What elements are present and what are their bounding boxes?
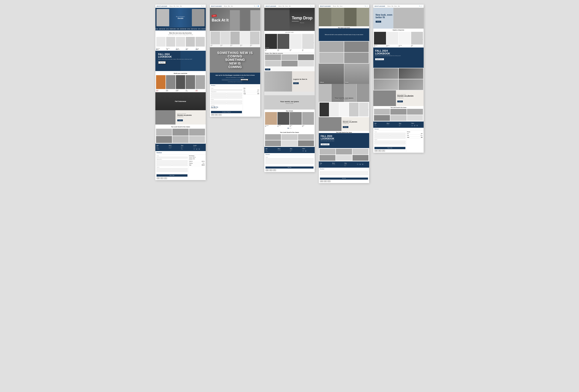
address-input[interactable]: [156, 162, 187, 164]
denim-btn-5[interactable]: Shop Now: [397, 101, 403, 102]
addr-3[interactable]: [266, 162, 313, 164]
lookbook-btn-5[interactable]: Shop the Lookbook: [375, 58, 384, 60]
cat-thumb[interactable]: [399, 32, 411, 45]
layers-btn[interactable]: Shop Now: [293, 82, 299, 84]
continue-btn[interactable]: Continue to Payment: [211, 111, 242, 113]
arrival-thumb[interactable]: [265, 112, 277, 125]
wp-thumb[interactable]: [339, 103, 349, 116]
search-icon-3[interactable]: 🔍: [310, 5, 311, 7]
fb-5[interactable]: f: [411, 124, 413, 126]
cvv-5[interactable]: [390, 143, 405, 144]
place-order-btn[interactable]: Place Order: [156, 174, 187, 177]
arr-5[interactable]: ›: [422, 38, 423, 40]
arrival-arrow[interactable]: ›: [313, 117, 313, 119]
arrow-right-icon[interactable]: ›: [204, 82, 205, 84]
product-thumb[interactable]: [166, 37, 175, 47]
color-swatch[interactable]: [176, 49, 177, 50]
search-icon-5[interactable]: 🔍: [419, 5, 420, 7]
cart-icon[interactable]: 🛒: [203, 5, 204, 7]
color-swatch[interactable]: [166, 49, 167, 50]
search-icon-2[interactable]: 🔍: [254, 5, 255, 7]
city-input[interactable]: [156, 165, 172, 166]
cart-icon-2[interactable]: 🛒: [256, 5, 257, 7]
color-swatch[interactable]: [198, 49, 198, 50]
dot-1[interactable]: [288, 128, 289, 129]
product-winter[interactable]: [302, 34, 314, 49]
ig-4[interactable]: ig: [359, 163, 361, 165]
addr-5[interactable]: [374, 137, 405, 139]
cart-icon-4[interactable]: 🛒: [366, 5, 368, 7]
fn-3[interactable]: [266, 160, 289, 162]
shop-all-btn[interactable]: Shop All: [265, 68, 270, 70]
instagram-icon[interactable]: ig: [196, 148, 198, 150]
last-name-2[interactable]: [227, 93, 242, 94]
user-icon-2[interactable]: 👤: [258, 5, 259, 7]
cvv-2[interactable]: [227, 103, 242, 104]
lookbook-btn-4[interactable]: Shop the Lookbook: [321, 143, 329, 145]
city-2[interactable]: [211, 97, 226, 99]
card-2[interactable]: [211, 101, 242, 102]
email-3[interactable]: [266, 158, 313, 160]
postal-2[interactable]: [227, 97, 242, 99]
acc-thumb[interactable]: [265, 61, 281, 66]
product-big-thumb[interactable]: [186, 75, 195, 89]
dot-3[interactable]: [290, 128, 291, 129]
color-swatch[interactable]: [178, 49, 178, 50]
product-winter[interactable]: [278, 34, 290, 49]
product-big-thumb[interactable]: [176, 75, 185, 89]
wp-thumb[interactable]: [319, 103, 329, 116]
newsletter-email-input[interactable]: [222, 79, 240, 81]
nav-link[interactable]: Men: [174, 5, 175, 7]
product-winter[interactable]: [290, 34, 302, 49]
expiry-input[interactable]: [156, 170, 172, 172]
instagram-icon-3[interactable]: ig: [305, 150, 307, 152]
product-big-thumb[interactable]: [166, 75, 175, 89]
color-swatch[interactable]: [156, 49, 157, 50]
facebook-icon[interactable]: f: [193, 148, 195, 150]
acc-thumb[interactable]: [298, 61, 314, 66]
color-swatch[interactable]: [186, 49, 187, 50]
color-swatch[interactable]: [196, 49, 197, 50]
postal-input[interactable]: [172, 165, 187, 166]
dp-btn-4[interactable]: Shop Now: [343, 126, 348, 128]
lastname-input[interactable]: [172, 160, 187, 162]
ln-5[interactable]: [390, 135, 405, 136]
email-5[interactable]: [374, 133, 405, 134]
email-field-2[interactable]: [211, 89, 242, 91]
product-thumb[interactable]: [220, 32, 230, 44]
arrow-right-3[interactable]: ›: [313, 42, 314, 44]
fb-4[interactable]: f: [357, 163, 359, 165]
acc-thumb[interactable]: [282, 61, 297, 66]
wp-thumb[interactable]: [349, 103, 359, 116]
color-swatch[interactable]: [177, 49, 178, 50]
product-thumb[interactable]: [211, 32, 220, 44]
card-5[interactable]: [374, 141, 405, 142]
dot-2[interactable]: [289, 128, 290, 129]
product-thumb[interactable]: [156, 37, 165, 47]
arrow-right-icon-2[interactable]: ›: [259, 38, 260, 40]
cvv-input[interactable]: [172, 170, 187, 172]
first-name-2[interactable]: [211, 93, 226, 94]
addr-4[interactable]: [320, 173, 368, 175]
color-swatch[interactable]: [187, 49, 187, 50]
nav-link[interactable]: Denim: [176, 5, 179, 7]
product-thumb[interactable]: [240, 32, 250, 44]
exp-5[interactable]: [374, 143, 390, 144]
color-swatch[interactable]: [179, 49, 179, 50]
search-icon-4[interactable]: 🔍: [365, 5, 366, 7]
lookbook-btn-1[interactable]: Shop Now: [158, 61, 166, 64]
product-thumb[interactable]: [186, 37, 195, 47]
email-input[interactable]: [156, 157, 187, 158]
product-winter[interactable]: Black Puffer: [265, 34, 277, 49]
search-icon[interactable]: 🔍: [201, 5, 203, 7]
expiry-2[interactable]: [211, 103, 226, 104]
nav-link[interactable]: Sale: [180, 5, 182, 7]
arr-right-4[interactable]: ›: [368, 109, 368, 111]
product-thumb[interactable]: [230, 32, 240, 44]
twitter-icon[interactable]: tw: [198, 148, 200, 150]
acc-thumb[interactable]: [298, 55, 314, 60]
cat-thumb[interactable]: [374, 32, 386, 45]
product-thumb[interactable]: [196, 37, 205, 47]
fn-4[interactable]: [320, 171, 344, 173]
tw-5[interactable]: tw: [416, 124, 418, 126]
